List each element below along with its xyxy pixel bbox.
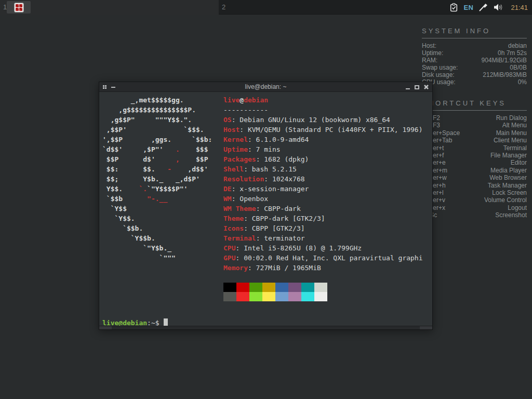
conky-row: Super+hTask Manager [422,182,527,189]
terminal-color-palette [223,283,327,301]
window-menu-icon[interactable] [103,82,107,92]
conky-system-info: SYSTEM INFO Host:debianUptime:0h 7m 52sR… [422,27,527,86]
palette-row-bright [223,292,327,301]
conky-row: Super+fFile Manager [422,152,527,159]
minimize-button[interactable] [406,82,410,92]
conky-row: Disk usage:212MiB/983MiB [422,71,527,78]
text-cursor [164,318,168,326]
conky-row: Super+eEditor [422,159,527,166]
window-resize-handle[interactable] [99,326,432,329]
conky-row: Super+mMedia Player [422,167,527,174]
conky-row: Super+SpaceMain Menu [422,129,527,137]
resize-grip-right[interactable] [420,326,432,329]
conky-shortcut-keys: SHORTCUT KEYS Alt+F2Run DialogAlt+F3Alt … [422,99,527,219]
conky-row: Super+lLock Screen [422,189,527,196]
neofetch-info: live@debian ----------- OS: Debian GNU/L… [223,95,423,273]
maximize-button[interactable] [415,82,419,92]
system-tray: EN 21:41 [450,0,528,15]
terminal-window: live@debian: ~ _,met$$$$$gg. ,g$$$$$$$$$… [99,82,433,330]
workspace-1[interactable]: 1 [0,0,219,15]
palette-swatch [301,292,314,301]
workspace-1-label[interactable]: 1 [0,0,7,15]
close-button[interactable] [424,82,429,92]
palette-swatch [288,283,301,292]
conky-row: Alt+F2Run Dialog [422,114,527,122]
top-panel: 1 2 EN 21:41 [0,0,532,15]
conky-row: Super+tTerminal [422,144,527,152]
clipboard-icon[interactable] [450,3,458,12]
palette-swatch [223,292,236,301]
shell-prompt: live@debian:~$ [102,318,168,326]
conky-row: CPU usage:0% [422,78,527,86]
palette-swatch [223,283,236,292]
conky-row: Alt+F3Alt Menu [422,122,527,129]
conky-row: Super+TabClient Menu [422,137,527,144]
palette-swatch [275,283,288,292]
conky-row: Super+vVolume Control [422,196,527,204]
palette-swatch [275,292,288,301]
terminal-app-icon [14,3,24,12]
palette-swatch [314,292,327,301]
conky-row: Super+wWeb Browser [422,174,527,181]
workspace-2[interactable]: 2 [219,0,225,15]
system-info-title: SYSTEM INFO [422,27,527,35]
palette-swatch [314,283,327,292]
palette-swatch [249,283,262,292]
conky-widget: SYSTEM INFO Host:debianUptime:0h 7m 52sR… [422,27,527,219]
system-info-rows: Host:debianUptime:0h 7m 52sRAM:904MiB/1.… [422,42,527,86]
prompt-path: ~ [151,319,155,326]
workspace-2-label[interactable]: 2 [219,0,225,15]
volume-icon[interactable] [494,3,503,11]
palette-swatch [262,292,275,301]
window-titlebar[interactable]: live@debian: ~ [99,82,432,92]
shortcut-keys-rows: Alt+F2Run DialogAlt+F3Alt MenuSuper+Spac… [422,114,527,219]
conky-row: RAM:904MiB/1.92GiB [422,57,527,64]
resize-grip-left[interactable] [99,326,112,329]
taskbar-item-terminal[interactable] [7,1,31,14]
divider [422,38,527,38]
palette-swatch [288,292,301,301]
prompt-separator: : [147,319,151,326]
shade-button[interactable] [111,82,115,92]
window-title: live@debian: ~ [99,82,432,92]
palette-swatch [249,292,262,301]
prompt-symbol: $ [155,319,159,326]
conky-row: Host:debian [422,42,527,49]
panel-clock[interactable]: 21:41 [511,4,528,11]
conky-row: Uptime:0h 7m 52s [422,49,527,57]
keyboard-layout-indicator[interactable]: EN [463,4,473,11]
palette-swatch [236,283,249,292]
palette-swatch [301,283,314,292]
conky-row: PrtScScreenshot [422,211,527,219]
neofetch-ascii-logo: _,met$$$$$gg. ,g$$$$$$$$$$$$$$$P. ,g$$P"… [102,95,212,263]
shortcut-keys-title: SHORTCUT KEYS [422,99,527,107]
palette-swatch [236,292,249,301]
palette-row-normal [223,283,327,292]
prompt-user: live@debian [102,319,147,326]
divider [422,110,527,111]
paintbrush-icon[interactable] [479,3,488,11]
terminal-content[interactable]: _,met$$$$$gg. ,g$$$$$$$$$$$$$$$P. ,g$$P"… [99,92,432,326]
palette-swatch [262,283,275,292]
conky-row: Super+xLogout [422,204,527,211]
close-icon [424,85,429,89]
conky-row: Swap usage:0B/0B [422,64,527,71]
